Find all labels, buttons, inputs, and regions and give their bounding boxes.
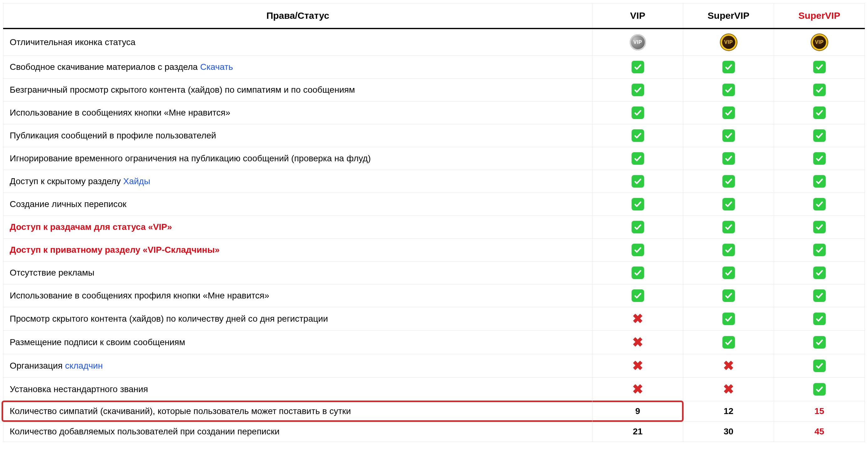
check-icon bbox=[722, 336, 735, 348]
row-value-text: 45 bbox=[814, 427, 824, 436]
row-value bbox=[774, 193, 865, 216]
link[interactable]: складчин bbox=[65, 361, 103, 370]
row-value bbox=[683, 262, 774, 284]
row-label-text: Доступ к скрытому разделу bbox=[10, 176, 123, 186]
row-value bbox=[683, 216, 774, 239]
header-tier-supervip-red: SuperVIP bbox=[774, 3, 865, 29]
row-value: 21 bbox=[592, 422, 683, 442]
row-value bbox=[774, 79, 865, 101]
cross-icon: ✖ bbox=[632, 359, 643, 372]
table-row: Количество добавляемых пользователей при… bbox=[3, 422, 865, 442]
check-icon bbox=[813, 152, 826, 165]
row-value: VIP bbox=[774, 29, 865, 56]
row-value: VIP bbox=[683, 29, 774, 56]
table-row: Просмотр скрытого контента (хайдов) по к… bbox=[3, 307, 865, 331]
link[interactable]: Хайды bbox=[123, 176, 150, 186]
row-value-text: 30 bbox=[724, 427, 733, 436]
row-label: Использование в сообщениях профиля кнопк… bbox=[3, 284, 592, 307]
row-value bbox=[683, 56, 774, 79]
check-icon bbox=[813, 198, 826, 210]
row-value: 12 bbox=[683, 401, 774, 422]
row-value: ✖ bbox=[592, 354, 683, 378]
row-value bbox=[774, 284, 865, 307]
row-value bbox=[774, 354, 865, 378]
row-value bbox=[592, 284, 683, 307]
row-value bbox=[683, 170, 774, 193]
row-value bbox=[774, 307, 865, 331]
check-icon bbox=[722, 267, 735, 279]
row-value: 9 bbox=[592, 401, 683, 422]
vip-badge-silver-icon: VIP bbox=[630, 34, 646, 51]
check-icon bbox=[631, 175, 644, 188]
check-icon bbox=[813, 84, 826, 96]
rights-comparison-table: Права/Статус VIP SuperVIP SuperVIP Отлич… bbox=[3, 3, 865, 442]
row-label: Доступ к раздачам для статуса «VIP» bbox=[3, 216, 592, 239]
table-row: Размещение подписи к своим сообщениям✖ bbox=[3, 331, 865, 354]
check-icon bbox=[722, 107, 735, 119]
check-icon bbox=[722, 290, 735, 302]
row-value bbox=[774, 262, 865, 284]
row-value bbox=[683, 284, 774, 307]
table-row: Доступ к приватному разделу «VIP-Складчи… bbox=[3, 239, 865, 262]
header-tier-supervip: SuperVIP bbox=[683, 3, 774, 29]
row-label: Отсутствие рекламы bbox=[3, 262, 592, 284]
row-value bbox=[683, 239, 774, 262]
row-label: Доступ к скрытому разделу Хайды bbox=[3, 170, 592, 193]
row-label-text: Использование в сообщениях кнопки «Мне н… bbox=[10, 108, 230, 117]
table-row: Отличительная иконка статусаVIPVIPVIP bbox=[3, 29, 865, 56]
check-icon bbox=[631, 267, 644, 279]
check-icon bbox=[813, 383, 826, 396]
row-value bbox=[774, 216, 865, 239]
row-value: ✖ bbox=[683, 354, 774, 378]
check-icon bbox=[631, 244, 644, 256]
row-value bbox=[683, 101, 774, 124]
row-label: Просмотр скрытого контента (хайдов) по к… bbox=[3, 307, 592, 331]
row-label: Свободное скачивание материалов с раздел… bbox=[3, 56, 592, 79]
check-icon bbox=[813, 290, 826, 302]
row-label-text: Игнорирование временного ограничения на … bbox=[10, 153, 371, 163]
table-row: Организация складчин✖✖ bbox=[3, 354, 865, 378]
check-icon bbox=[631, 107, 644, 119]
check-icon bbox=[813, 61, 826, 73]
row-value bbox=[592, 216, 683, 239]
row-value bbox=[683, 193, 774, 216]
check-icon bbox=[813, 175, 826, 188]
link[interactable]: Скачать bbox=[200, 62, 233, 72]
table-row: Доступ к раздачам для статуса «VIP» bbox=[3, 216, 865, 239]
row-value bbox=[683, 79, 774, 101]
check-icon bbox=[722, 198, 735, 210]
row-value bbox=[592, 124, 683, 147]
check-icon bbox=[631, 290, 644, 302]
row-label-text: Отличительная иконка статуса bbox=[10, 37, 135, 47]
table-row: Создание личных переписок bbox=[3, 193, 865, 216]
row-value-text: 21 bbox=[633, 427, 643, 436]
row-label: Безграничный просмотр скрытого контента … bbox=[3, 79, 592, 101]
row-label-text: Свободное скачивание материалов с раздел… bbox=[10, 62, 200, 72]
table-row: Использование в сообщениях кнопки «Мне н… bbox=[3, 101, 865, 124]
check-icon bbox=[813, 244, 826, 256]
row-value: ✖ bbox=[592, 307, 683, 331]
row-label: Установка нестандартного звания bbox=[3, 378, 592, 401]
row-value bbox=[683, 307, 774, 331]
row-value bbox=[774, 170, 865, 193]
table-row: Игнорирование временного ограничения на … bbox=[3, 147, 865, 170]
row-value-text: 9 bbox=[636, 406, 640, 416]
row-label-text: Количество добавляемых пользователей при… bbox=[10, 427, 280, 436]
check-icon bbox=[813, 267, 826, 279]
row-label-text: Доступ к приватному разделу «VIP-Складчи… bbox=[10, 245, 219, 254]
row-value bbox=[774, 331, 865, 354]
table-row: Свободное скачивание материалов с раздел… bbox=[3, 56, 865, 79]
vip-badge-gold-icon: VIP bbox=[811, 34, 828, 51]
check-icon bbox=[813, 360, 826, 372]
row-value-text: 15 bbox=[814, 406, 824, 416]
row-value bbox=[774, 239, 865, 262]
row-value: ✖ bbox=[683, 378, 774, 401]
check-icon bbox=[631, 61, 644, 73]
check-icon bbox=[722, 152, 735, 165]
check-icon bbox=[813, 312, 826, 325]
row-value bbox=[683, 331, 774, 354]
table-row: Количество симпатий (скачиваний), которы… bbox=[3, 401, 865, 422]
row-label: Количество добавляемых пользователей при… bbox=[3, 422, 592, 442]
row-label-text: Просмотр скрытого контента (хайдов) по к… bbox=[10, 314, 328, 324]
row-label: Организация складчин bbox=[3, 354, 592, 378]
